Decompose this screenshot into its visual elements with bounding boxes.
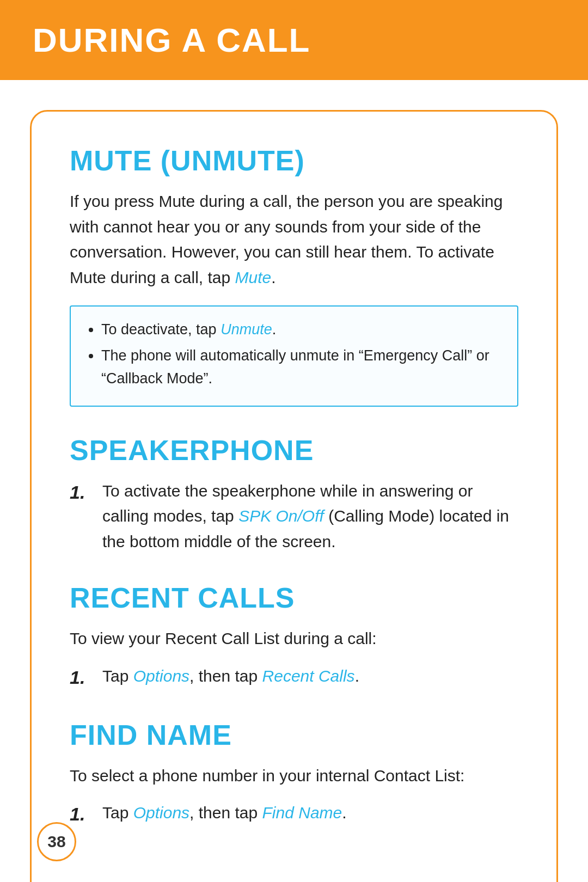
spk-link: SPK On/Off	[238, 507, 324, 525]
find-name-item-1: 1. Tap Options, then tap Find Name.	[70, 800, 518, 828]
speakerphone-title: SPEAKERPHONE	[70, 434, 518, 467]
section-recent-calls: RECENT CALLS To view your Recent Call Li…	[70, 581, 518, 691]
mute-body-text: If you press Mute during a call, the per…	[70, 192, 503, 286]
page-wrapper: DURING A CALL MUTE (UNMUTE) If you press…	[0, 0, 588, 882]
section-speakerphone: SPEAKERPHONE 1. To activate the speakerp…	[70, 434, 518, 555]
options-link-1: Options	[133, 667, 189, 685]
mute-body: If you press Mute during a call, the per…	[70, 189, 518, 290]
speakerphone-item-text-1: To activate the speakerphone while in an…	[102, 479, 518, 555]
recent-calls-link: Recent Calls	[262, 667, 355, 685]
page-number: 38	[37, 822, 76, 861]
speakerphone-num-1: 1.	[70, 479, 98, 506]
find-name-middle: , then tap	[189, 804, 262, 822]
find-name-title: FIND NAME	[70, 719, 518, 751]
find-name-suffix: .	[342, 804, 346, 822]
mute-bullet-1-prefix: To deactivate, tap	[101, 321, 220, 338]
find-name-body-text: To select a phone number in your interna…	[70, 767, 464, 785]
recent-calls-item-text-1: Tap Options, then tap Recent Calls.	[102, 664, 359, 689]
mute-bullet-2: The phone will automatically unmute in “…	[101, 345, 502, 390]
mute-bullet-list: To deactivate, tap Unmute. The phone wil…	[86, 318, 502, 390]
find-name-num-1: 1.	[70, 800, 98, 828]
speakerphone-item-1: 1. To activate the speakerphone while in…	[70, 479, 518, 555]
find-name-prefix: Tap	[102, 804, 133, 822]
recent-calls-body: To view your Recent Call List during a c…	[70, 626, 518, 652]
options-link-2: Options	[133, 804, 189, 822]
recent-calls-middle: , then tap	[189, 667, 262, 685]
mute-bullet-1-suffix: .	[272, 321, 277, 338]
section-mute: MUTE (UNMUTE) If you press Mute during a…	[70, 144, 518, 407]
page-header: DURING A CALL	[0, 0, 588, 80]
page-title: DURING A CALL	[33, 21, 310, 59]
recent-calls-num-1: 1.	[70, 664, 98, 691]
mute-bullet-1: To deactivate, tap Unmute.	[101, 318, 502, 341]
find-name-link: Find Name	[262, 804, 342, 822]
mute-body-end: .	[271, 268, 275, 286]
find-name-item-text-1: Tap Options, then tap Find Name.	[102, 800, 347, 826]
mute-info-box: To deactivate, tap Unmute. The phone wil…	[70, 305, 518, 407]
recent-calls-prefix: Tap	[102, 667, 133, 685]
mute-title: MUTE (UNMUTE)	[70, 144, 518, 177]
recent-calls-item-1: 1. Tap Options, then tap Recent Calls.	[70, 664, 518, 691]
page-number-text: 38	[47, 832, 65, 851]
recent-calls-title: RECENT CALLS	[70, 581, 518, 614]
mute-link: Mute	[235, 268, 272, 286]
section-find-name: FIND NAME To select a phone number in yo…	[70, 719, 518, 829]
unmute-link: Unmute	[220, 321, 272, 338]
mute-bullet-2-text: The phone will automatically unmute in “…	[101, 347, 489, 387]
find-name-body: To select a phone number in your interna…	[70, 763, 518, 789]
recent-calls-body-text: To view your Recent Call List during a c…	[70, 629, 377, 647]
recent-calls-suffix: .	[355, 667, 359, 685]
main-card: MUTE (UNMUTE) If you press Mute during a…	[30, 110, 558, 882]
